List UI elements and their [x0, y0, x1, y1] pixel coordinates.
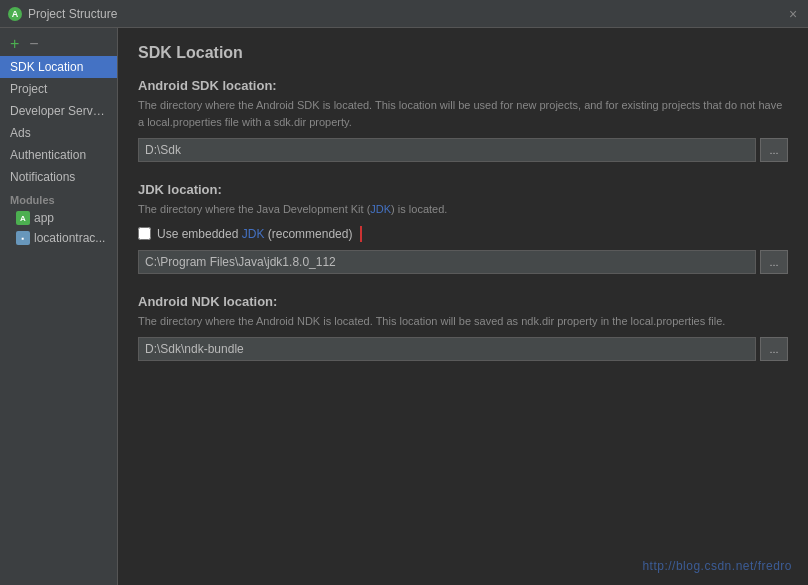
android-ndk-browse-button[interactable]: ... — [760, 337, 788, 361]
sidebar-toolbar: + − — [0, 32, 117, 56]
android-ndk-section: Android NDK location: The directory wher… — [138, 294, 788, 362]
android-ndk-title: Android NDK location: — [138, 294, 788, 309]
sidebar-module-locationtrac[interactable]: ▪ locationtrac... — [0, 228, 117, 248]
cursor-indicator — [360, 226, 362, 242]
sidebar-item-project[interactable]: Project — [0, 78, 117, 100]
remove-button[interactable]: − — [27, 36, 40, 52]
page-title: SDK Location — [138, 44, 788, 62]
main-container: + − SDK Location Project Developer Servi… — [0, 28, 808, 585]
sidebar-item-sdk-location[interactable]: SDK Location — [0, 56, 117, 78]
jdk-path-input[interactable] — [138, 250, 756, 274]
jdk-browse-button[interactable]: ... — [760, 250, 788, 274]
sidebar-item-authentication[interactable]: Authentication — [0, 144, 117, 166]
android-ndk-desc: The directory where the Android NDK is l… — [138, 313, 788, 330]
jdk-title: JDK location: — [138, 182, 788, 197]
jdk-section: JDK location: The directory where the Ja… — [138, 182, 788, 274]
embedded-jdk-checkbox[interactable] — [138, 227, 151, 240]
sidebar-item-developer-services[interactable]: Developer Servic... — [0, 100, 117, 122]
embedded-jdk-label: Use embedded JDK (recommended) — [157, 227, 352, 241]
sidebar-item-notifications[interactable]: Notifications — [0, 166, 117, 188]
folder-module-icon: ▪ — [16, 231, 30, 245]
sidebar: + − SDK Location Project Developer Servi… — [0, 28, 118, 585]
title-bar: A Project Structure × — [0, 0, 808, 28]
modules-section-label: Modules — [0, 188, 117, 208]
android-sdk-title: Android SDK location: — [138, 78, 788, 93]
watermark: http://blog.csdn.net/fredro — [642, 559, 792, 573]
android-sdk-input-row: ... — [138, 138, 788, 162]
android-ndk-input-row: ... — [138, 337, 788, 361]
android-sdk-path-input[interactable] — [138, 138, 756, 162]
sidebar-item-ads[interactable]: Ads — [0, 122, 117, 144]
content-area: SDK Location Android SDK location: The d… — [118, 28, 808, 585]
android-sdk-section: Android SDK location: The directory wher… — [138, 78, 788, 162]
jdk-checkbox-row: Use embedded JDK (recommended) — [138, 226, 788, 242]
sidebar-module-app[interactable]: A app — [0, 208, 117, 228]
android-sdk-browse-button[interactable]: ... — [760, 138, 788, 162]
add-button[interactable]: + — [8, 36, 21, 52]
title-bar-text: Project Structure — [28, 7, 117, 21]
close-button[interactable]: × — [786, 7, 800, 21]
android-module-icon: A — [16, 211, 30, 225]
jdk-input-row: ... — [138, 250, 788, 274]
app-icon: A — [8, 7, 22, 21]
android-ndk-path-input[interactable] — [138, 337, 756, 361]
android-sdk-desc: The directory where the Android SDK is l… — [138, 97, 788, 130]
jdk-desc: The directory where the Java Development… — [138, 201, 788, 218]
